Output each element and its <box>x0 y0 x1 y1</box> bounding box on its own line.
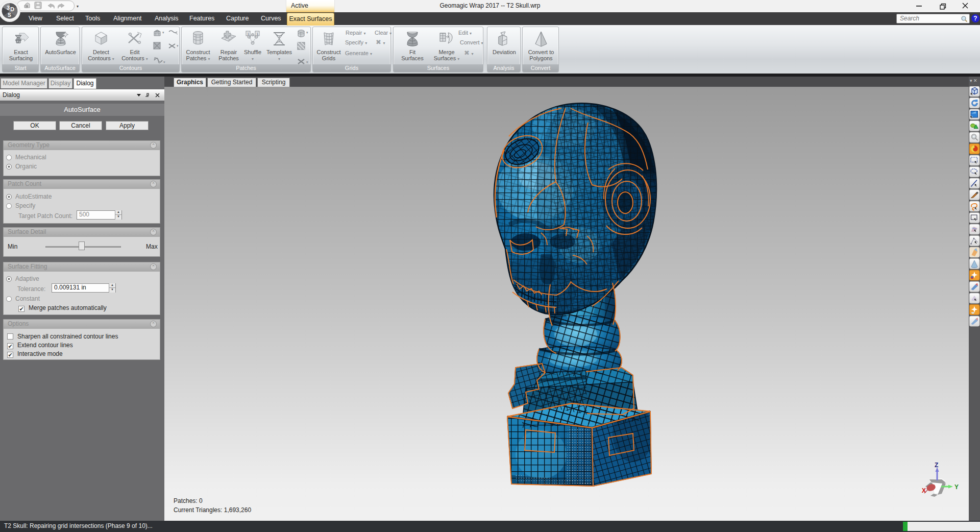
svg-text:1: 1 <box>247 32 250 36</box>
svg-text:X: X <box>922 487 926 494</box>
svg-text:▾: ▾ <box>177 44 179 47</box>
svg-text:D: D <box>10 6 14 12</box>
svg-text:S: S <box>8 12 11 18</box>
svg-text:Y: Y <box>954 483 959 491</box>
svg-text:▾: ▾ <box>306 60 308 64</box>
svg-text:Z: Z <box>935 462 938 469</box>
svg-text:▾: ▾ <box>163 60 165 64</box>
svg-text:▾: ▾ <box>306 31 308 34</box>
svg-text:1: 1 <box>256 32 259 36</box>
svg-text:3: 3 <box>7 5 10 11</box>
svg-text:▾: ▾ <box>162 31 164 34</box>
